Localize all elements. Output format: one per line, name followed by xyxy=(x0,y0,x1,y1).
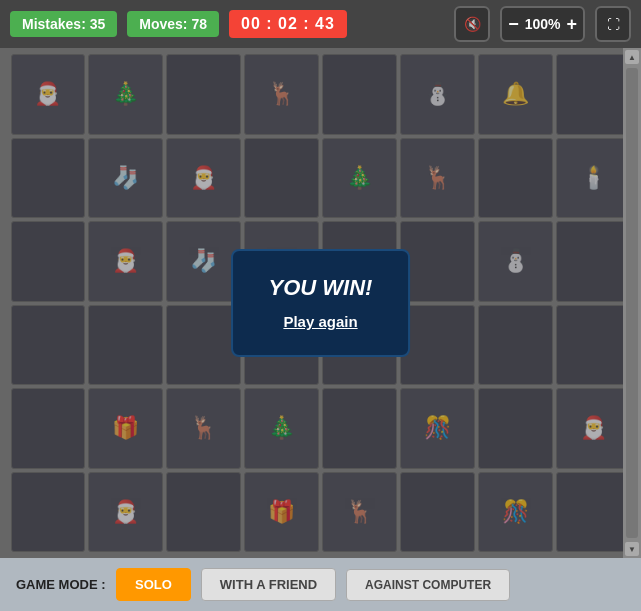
cell-icon: ⛄ xyxy=(502,248,529,274)
computer-mode-button[interactable]: AGAINST COMPUTER xyxy=(346,569,510,601)
zoom-in-button[interactable]: + xyxy=(566,15,577,33)
grid-cell[interactable] xyxy=(400,472,475,553)
moves-badge: Moves: 78 xyxy=(127,11,219,37)
grid-cell[interactable] xyxy=(322,388,397,469)
cell-icon: 🦌 xyxy=(190,415,217,441)
cell-icon: 🦌 xyxy=(346,499,373,525)
mistakes-badge: Mistakes: 35 xyxy=(10,11,117,37)
grid-cell[interactable]: 🎄 xyxy=(88,54,163,135)
cell-icon: 🧦 xyxy=(190,248,217,274)
cell-icon: 🎁 xyxy=(268,499,295,525)
game-mode-label: GAME MODE : xyxy=(16,577,106,592)
grid-cell[interactable]: 🦌 xyxy=(166,388,241,469)
grid-cell[interactable] xyxy=(556,305,631,386)
grid-cell[interactable]: 🦌 xyxy=(244,54,319,135)
fullscreen-button[interactable]: ⛶ xyxy=(595,6,631,42)
grid-cell[interactable]: 🦌 xyxy=(400,138,475,219)
cell-icon: 🎅 xyxy=(580,415,607,441)
header: Mistakes: 35 Moves: 78 00 : 02 : 43 🔇 − … xyxy=(0,0,641,48)
cell-icon: 🎅 xyxy=(112,499,139,525)
grid-cell[interactable] xyxy=(478,138,553,219)
grid-cell[interactable]: 🎄 xyxy=(244,388,319,469)
grid-cell[interactable]: 🎅 xyxy=(556,388,631,469)
grid-cell[interactable]: 🎁 xyxy=(88,388,163,469)
bottom-controls: GAME MODE : SOLO WITH A FRIEND AGAINST C… xyxy=(0,558,641,611)
grid-cell[interactable]: ⛄ xyxy=(400,54,475,135)
game-area: 🎅🎄🦌⛄🔔🧦🎅🎄🦌🕯️🎅🧦🎶⛄🎁🦌🎄🎊🎅🎅🎁🦌🎊 YOU WIN! Play a… xyxy=(0,48,641,558)
grid-cell[interactable] xyxy=(11,305,86,386)
fullscreen-icon: ⛶ xyxy=(607,17,620,32)
grid-cell[interactable] xyxy=(11,472,86,553)
cell-icon: 🧦 xyxy=(112,165,139,191)
grid-cell[interactable]: 🎊 xyxy=(400,388,475,469)
grid-cell[interactable] xyxy=(322,54,397,135)
zoom-level: 100% xyxy=(525,16,561,32)
grid-cell[interactable]: 🎅 xyxy=(166,138,241,219)
grid-cell[interactable] xyxy=(478,305,553,386)
grid-cell[interactable]: 🎁 xyxy=(244,472,319,553)
cell-icon: 🦌 xyxy=(424,165,451,191)
grid-cell[interactable] xyxy=(244,138,319,219)
grid-cell[interactable]: 🧦 xyxy=(88,138,163,219)
grid-cell[interactable] xyxy=(400,305,475,386)
grid-cell[interactable]: 🎅 xyxy=(88,472,163,553)
cell-icon: 🎅 xyxy=(112,248,139,274)
grid-cell[interactable]: 🕯️ xyxy=(556,138,631,219)
grid-cell[interactable]: 🔔 xyxy=(478,54,553,135)
cell-icon: 🎄 xyxy=(112,81,139,107)
grid-cell[interactable] xyxy=(556,54,631,135)
grid-cell[interactable] xyxy=(88,305,163,386)
grid-cell[interactable] xyxy=(478,388,553,469)
cell-icon: 🦌 xyxy=(268,81,295,107)
grid-cell[interactable] xyxy=(11,388,86,469)
zoom-control: − 100% + xyxy=(500,6,585,42)
grid-cell[interactable]: 🎄 xyxy=(322,138,397,219)
win-title: YOU WIN! xyxy=(269,275,373,301)
cell-icon: ⛄ xyxy=(424,81,451,107)
cell-icon: 🎊 xyxy=(502,499,529,525)
grid-cell[interactable]: 🦌 xyxy=(322,472,397,553)
timer-display: 00 : 02 : 43 xyxy=(229,10,347,38)
play-again-button[interactable]: Play again xyxy=(283,313,357,330)
win-modal: YOU WIN! Play again xyxy=(231,249,411,357)
grid-cell[interactable] xyxy=(11,221,86,302)
grid-cell[interactable]: 🎅 xyxy=(11,54,86,135)
cell-icon: 🕯️ xyxy=(580,165,607,191)
grid-cell[interactable]: ⛄ xyxy=(478,221,553,302)
cell-icon: 🎄 xyxy=(346,165,373,191)
grid-cell[interactable] xyxy=(166,472,241,553)
grid-cell[interactable] xyxy=(556,221,631,302)
cell-icon: 🔔 xyxy=(502,81,529,107)
grid-cell[interactable] xyxy=(556,472,631,553)
scroll-down-arrow[interactable]: ▼ xyxy=(625,542,639,556)
zoom-out-button[interactable]: − xyxy=(508,15,519,33)
cell-icon: 🎅 xyxy=(190,165,217,191)
game-mode-row: GAME MODE : SOLO WITH A FRIEND AGAINST C… xyxy=(16,568,625,601)
cell-icon: 🎊 xyxy=(424,415,451,441)
grid-cell[interactable]: 🎊 xyxy=(478,472,553,553)
mute-button[interactable]: 🔇 xyxy=(454,6,490,42)
grid-cell[interactable] xyxy=(166,54,241,135)
scroll-up-arrow[interactable]: ▲ xyxy=(625,50,639,64)
grid-cell[interactable] xyxy=(11,138,86,219)
mute-icon: 🔇 xyxy=(464,16,481,32)
friend-mode-button[interactable]: WITH A FRIEND xyxy=(201,568,336,601)
grid-cell[interactable]: 🎅 xyxy=(88,221,163,302)
solo-mode-button[interactable]: SOLO xyxy=(116,568,191,601)
cell-icon: 🎄 xyxy=(268,415,295,441)
cell-icon: 🎁 xyxy=(112,415,139,441)
grid-cell[interactable] xyxy=(400,221,475,302)
cell-icon: 🎅 xyxy=(34,81,61,107)
right-scrollbar: ▲ ▼ xyxy=(623,48,641,558)
